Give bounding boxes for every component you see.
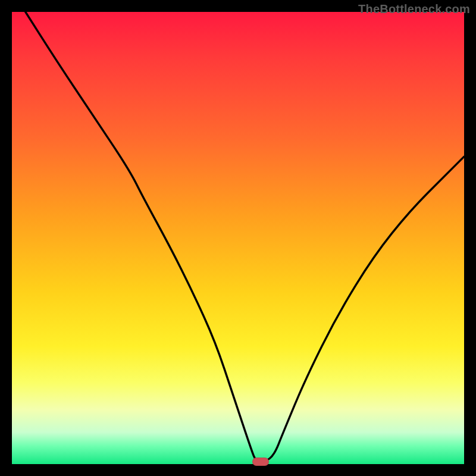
optimal-marker (252, 458, 269, 466)
plot-area (12, 12, 464, 464)
watermark-text: TheBottleneck.com (358, 2, 470, 16)
curve-svg (12, 12, 464, 464)
chart-frame: TheBottleneck.com (0, 0, 476, 476)
bottleneck-curve-path (26, 12, 464, 462)
